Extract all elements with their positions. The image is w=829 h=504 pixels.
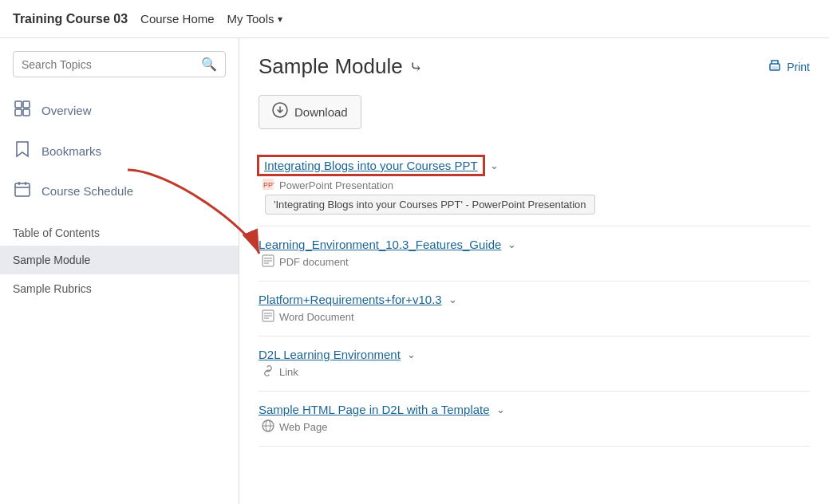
word-icon [262, 309, 274, 325]
content-item-learning-env: Learning_Environment_10.3_Features_Guide… [259, 226, 810, 282]
module-header: Sample Module ⤷ Print [259, 54, 810, 79]
overview-icon [13, 100, 32, 121]
sidebar-item-course-schedule[interactable]: Course Schedule [0, 171, 239, 211]
download-button[interactable]: Download [259, 95, 361, 129]
sidebar-item-overview[interactable]: Overview [0, 90, 239, 131]
course-schedule-label: Course Schedule [41, 184, 133, 198]
d2l-env-meta: Link [259, 364, 810, 380]
print-label: Print [787, 61, 810, 73]
content-item-header-platform: Platform+Requirements+for+v10.3 ⌄ [259, 293, 810, 306]
module-title-group: Sample Module ⤷ [259, 54, 423, 79]
bookmarks-label: Bookmarks [41, 144, 101, 158]
nav-course-home[interactable]: Course Home [140, 12, 215, 26]
sample-html-meta: Web Page [259, 419, 810, 435]
nav-my-tools[interactable]: My Tools ▾ [227, 12, 282, 26]
bookmarks-icon [13, 140, 32, 162]
content-item-header-blogs: Integrating Blogs into your Courses PPT … [259, 156, 810, 175]
svg-rect-3 [23, 109, 30, 116]
svg-rect-0 [15, 101, 22, 108]
platform-req-chevron[interactable]: ⌄ [448, 293, 457, 305]
search-icon[interactable]: 🔍 [201, 57, 217, 72]
blogs-ppt-meta: PPT PowerPoint Presentation [259, 178, 810, 193]
blogs-ppt-type: PowerPoint Presentation [279, 179, 393, 191]
module-title-text: Sample Module [259, 54, 403, 79]
search-input[interactable] [22, 58, 195, 71]
main-content: Sample Module ⤷ Print [239, 38, 829, 504]
link-icon [262, 364, 274, 380]
sidebar-item-bookmarks[interactable]: Bookmarks [0, 131, 239, 171]
d2l-env-type: Link [279, 366, 298, 378]
course-title: Training Course 03 [13, 12, 128, 26]
content-item-header-html: Sample HTML Page in D2L with a Template … [259, 403, 810, 416]
sidebar-toc-label[interactable]: Table of Contents [0, 217, 239, 246]
platform-req-meta: Word Document [259, 309, 810, 325]
sidebar-nav: Overview Bookmarks [0, 90, 239, 211]
learning-env-chevron[interactable]: ⌄ [507, 238, 516, 250]
print-button[interactable]: Print [768, 58, 810, 76]
learning-env-type: PDF document [279, 256, 349, 268]
content-item-header-learning: Learning_Environment_10.3_Features_Guide… [259, 238, 810, 251]
learning-env-meta: PDF document [259, 254, 810, 270]
blogs-ppt-link[interactable]: Integrating Blogs into your Courses PPT [259, 156, 484, 175]
ppt-icon: PPT [262, 178, 274, 193]
sample-html-chevron[interactable]: ⌄ [496, 404, 505, 415]
svg-text:PPT: PPT [263, 181, 274, 189]
sidebar-active-module[interactable]: Sample Module [0, 246, 239, 274]
d2l-env-chevron[interactable]: ⌄ [407, 348, 416, 360]
chevron-down-icon: ▾ [278, 14, 282, 25]
header: Training Course 03 Course Home My Tools … [0, 0, 829, 38]
printer-icon [768, 58, 782, 76]
platform-req-link[interactable]: Platform+Requirements+for+v10.3 [259, 293, 442, 306]
content-item-blogs-ppt: Integrating Blogs into your Courses PPT … [259, 145, 810, 226]
content-item-d2l-env: D2L Learning Environment ⌄ Link [259, 337, 810, 392]
my-tools-label: My Tools [227, 12, 274, 26]
svg-rect-4 [15, 183, 30, 196]
d2l-env-link[interactable]: D2L Learning Environment [259, 348, 401, 361]
module-chevron-icon[interactable]: ⤷ [409, 57, 423, 77]
content-item-platform-req: Platform+Requirements+for+v10.3 ⌄ [259, 282, 810, 337]
sidebar-rubrics-link[interactable]: Sample Rubrics [0, 274, 239, 303]
search-container: 🔍 [13, 51, 226, 77]
content-list: Integrating Blogs into your Courses PPT … [259, 145, 810, 447]
sample-html-link[interactable]: Sample HTML Page in D2L with a Template [259, 403, 490, 416]
svg-rect-2 [15, 109, 22, 116]
download-icon [272, 102, 288, 122]
blogs-ppt-chevron[interactable]: ⌄ [490, 159, 499, 171]
sidebar: 🔍 Overview [0, 38, 239, 504]
calendar-icon [13, 181, 32, 201]
pdf-icon [262, 254, 274, 270]
learning-env-link[interactable]: Learning_Environment_10.3_Features_Guide [259, 238, 501, 251]
svg-rect-9 [772, 66, 778, 69]
download-label: Download [294, 105, 348, 119]
platform-req-type: Word Document [279, 311, 354, 323]
svg-rect-1 [23, 101, 30, 108]
web-icon [262, 419, 274, 435]
content-item-sample-html: Sample HTML Page in D2L with a Template … [259, 392, 810, 447]
sample-html-type: Web Page [279, 421, 327, 433]
overview-label: Overview [41, 104, 92, 117]
content-item-header-d2l: D2L Learning Environment ⌄ [259, 348, 810, 361]
blogs-ppt-tooltip: 'Integrating Blogs into your Courses PPT… [265, 195, 595, 215]
